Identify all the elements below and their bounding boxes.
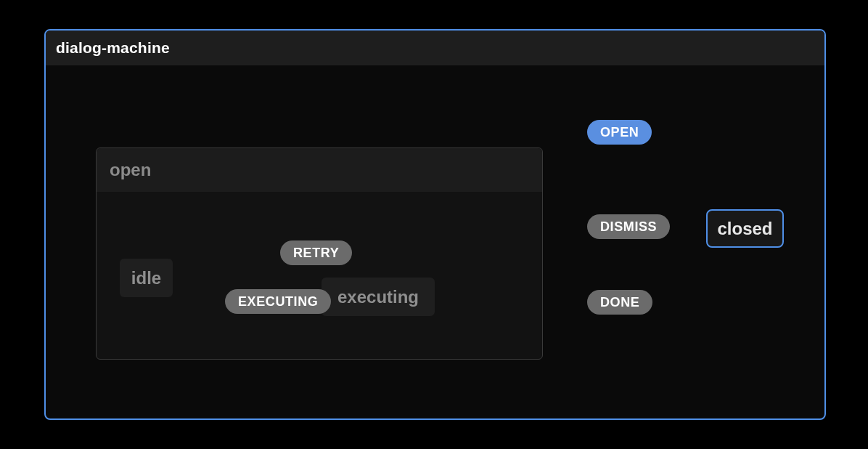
state-idle-label: idle — [131, 268, 161, 288]
state-closed-label: closed — [717, 219, 772, 239]
state-executing-label: executing — [337, 287, 419, 307]
state-idle[interactable]: idle — [120, 259, 173, 297]
event-open[interactable]: OPEN — [587, 120, 652, 145]
state-open-header: open — [97, 148, 542, 192]
state-executing[interactable]: executing — [322, 278, 435, 316]
machine-header: dialog-machine — [46, 31, 824, 65]
event-open-label: OPEN — [600, 125, 639, 140]
state-closed[interactable]: closed — [706, 209, 784, 248]
event-executing-label: EXECUTING — [238, 294, 318, 310]
event-executing[interactable]: EXECUTING — [225, 289, 331, 314]
event-dismiss[interactable]: DISMISS — [587, 214, 670, 239]
event-dismiss-label: DISMISS — [600, 219, 657, 235]
state-open-label: open — [110, 160, 151, 180]
diagram-canvas: dialog-machine open idle executing close… — [0, 0, 868, 449]
machine-title: dialog-machine — [56, 39, 170, 57]
event-done[interactable]: DONE — [587, 290, 652, 315]
event-retry-label: RETRY — [293, 246, 339, 261]
event-retry[interactable]: RETRY — [280, 240, 352, 265]
event-done-label: DONE — [600, 295, 639, 310]
